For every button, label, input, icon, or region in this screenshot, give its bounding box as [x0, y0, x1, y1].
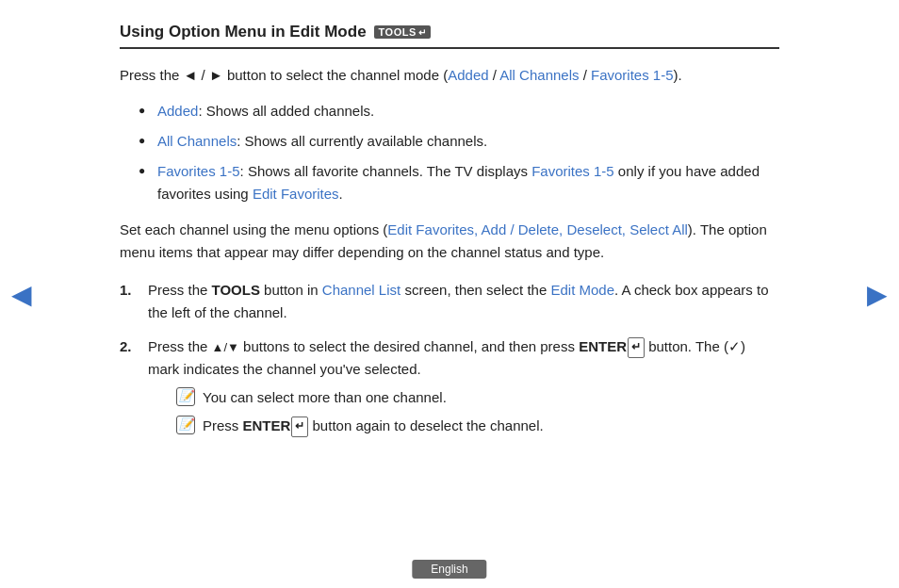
right-nav-arrow[interactable]: ▶: [867, 279, 888, 310]
footer-language: English: [412, 560, 486, 579]
list-item: All Channels: Shows all currently availa…: [139, 130, 779, 153]
note-icon-1: 📝: [176, 387, 195, 406]
bullet-text-added: : Shows all added channels.: [198, 103, 374, 119]
note2-enter-bold: ENTER↵: [243, 417, 309, 433]
note-block-2: 📝 Press ENTER↵ button again to deselect …: [176, 415, 779, 437]
bullet-label-added: Added: [157, 103, 198, 119]
bullet-link-favorites-inline: Favorites 1-5: [531, 163, 614, 179]
bullet-label-favorites: Favorites 1-5: [157, 163, 240, 179]
step-content-2: Press the ▲/▼ buttons to select the desi…: [148, 335, 779, 443]
note-icon-2: 📝: [176, 416, 195, 434]
note-text-2: Press ENTER↵ button again to deselect th…: [203, 415, 779, 437]
bullet-list: Added: Shows all added channels. All Cha…: [139, 100, 779, 205]
intro-link-allchannels: All Channels: [499, 67, 579, 83]
tools-badge: TOOLS: [374, 25, 432, 39]
intro-link-added: Added: [448, 67, 488, 83]
step1-editmode-link: Edit Mode: [550, 282, 614, 298]
step1-tools-bold: TOOLS: [212, 282, 260, 298]
main-content: Using Option Menu in Edit Mode TOOLS Pre…: [44, 0, 855, 473]
list-item: Favorites 1-5: Shows all favorite channe…: [139, 160, 779, 205]
left-nav-arrow[interactable]: ◀: [11, 279, 32, 310]
step2-enter-bold: ENTER↵: [579, 338, 645, 354]
step1-channellist-link: Channel List: [322, 282, 400, 298]
note-text-1: You can select more than one channel.: [203, 386, 779, 409]
title-text: Using Option Menu in Edit Mode: [120, 23, 367, 41]
step-number-1: 1.: [120, 279, 148, 324]
bullet-label-allchannels: All Channels: [157, 133, 237, 149]
intro-paragraph: Press the ◄ / ► button to select the cha…: [120, 64, 779, 87]
numbered-list: 1. Press the TOOLS button in Channel Lis…: [120, 279, 779, 443]
updown-arrow: ▲/▼: [212, 340, 239, 354]
bullet-link-editfavorites: Edit Favorites: [253, 186, 339, 202]
bullet-text-period: .: [339, 186, 343, 202]
list-item: 2. Press the ▲/▼ buttons to select the d…: [120, 335, 779, 443]
set-link-options: Edit Favorites, Add / Delete, Deselect, …: [387, 221, 688, 237]
note-block-1: 📝 You can select more than one channel.: [176, 386, 779, 409]
bullet-text-favorites: : Shows all favorite channels. The TV di…: [240, 163, 532, 179]
set-paragraph: Set each channel using the menu options …: [120, 219, 779, 264]
intro-link-favorites: Favorites 1-5: [591, 67, 674, 83]
list-item: 1. Press the TOOLS button in Channel Lis…: [120, 279, 779, 324]
step-content-1: Press the TOOLS button in Channel List s…: [148, 279, 779, 324]
page-title: Using Option Menu in Edit Mode TOOLS: [120, 23, 779, 49]
step-number-2: 2.: [120, 335, 148, 443]
bullet-text-allchannels: : Shows all currently available channels…: [237, 133, 487, 149]
list-item: Added: Shows all added channels.: [139, 100, 779, 122]
